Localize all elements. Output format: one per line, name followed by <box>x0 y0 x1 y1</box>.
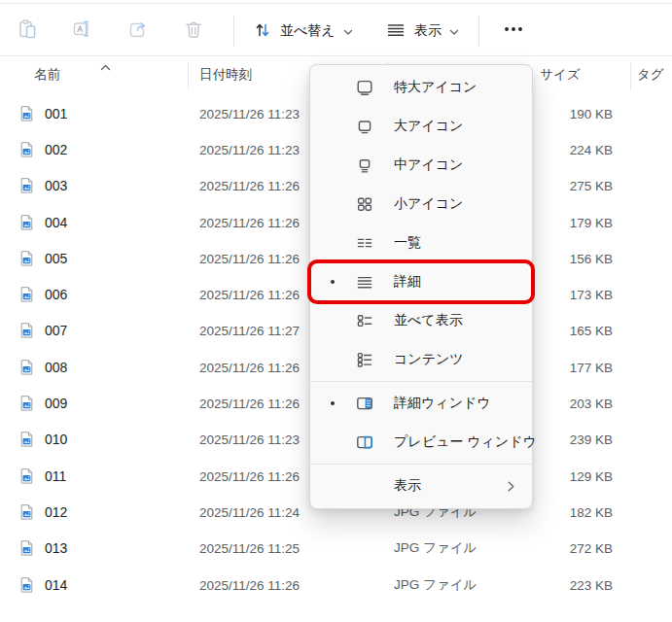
file-name: 003 <box>45 178 67 193</box>
file-size: 165 KB <box>570 324 613 338</box>
file-size: 182 KB <box>570 504 613 519</box>
menu-item-label: 詳細 <box>394 273 421 291</box>
file-name: 002 <box>45 142 67 157</box>
details-pane-icon <box>355 394 374 413</box>
preview-pane-icon <box>355 432 374 452</box>
file-date: 2025/11/26 11:26 <box>199 397 300 411</box>
column-header-size[interactable]: サイズ <box>540 66 580 84</box>
jpg-file-icon <box>18 432 35 448</box>
menu-item-medium-icons[interactable]: 中アイコン <box>310 146 532 185</box>
file-size: 156 KB <box>570 251 613 265</box>
details-view-icon <box>355 272 374 292</box>
jpg-file-icon <box>18 250 35 266</box>
file-date: 2025/11/26 11:26 <box>199 468 300 483</box>
menu-item-label: 大アイコン <box>394 118 463 135</box>
toolbar-divider <box>478 16 479 47</box>
table-row[interactable]: 0132025/11/26 11:25JPG ファイル272 KB <box>0 531 672 567</box>
file-name: 014 <box>45 577 67 593</box>
menu-item-show-submenu[interactable]: 表示 <box>310 466 532 505</box>
file-size: 223 KB <box>570 577 613 592</box>
file-name: 006 <box>45 287 67 302</box>
column-divider[interactable] <box>630 62 631 89</box>
delete-button[interactable] <box>174 12 213 51</box>
file-type: JPG ファイル <box>394 539 477 557</box>
jpg-file-icon <box>18 359 35 375</box>
file-size: 179 KB <box>570 215 613 229</box>
column-divider[interactable] <box>188 62 189 89</box>
file-date: 2025/11/26 11:26 <box>199 251 300 265</box>
jpg-file-icon <box>18 540 35 557</box>
rename-icon <box>72 18 93 44</box>
jpg-file-icon <box>18 396 35 412</box>
large-icons-icon <box>355 117 374 136</box>
view-lines-icon <box>385 19 407 44</box>
file-name: 009 <box>45 396 67 411</box>
file-date: 2025/11/26 11:26 <box>199 215 300 229</box>
jpg-file-icon <box>18 323 35 339</box>
file-name: 005 <box>45 251 67 266</box>
jpg-file-icon <box>18 105 35 121</box>
jpg-file-icon <box>18 467 35 484</box>
file-date: 2025/11/26 11:26 <box>199 360 300 374</box>
extra-large-icons-icon <box>355 78 374 97</box>
file-name: 011 <box>45 468 66 484</box>
file-date: 2025/11/26 11:26 <box>199 179 300 193</box>
menu-separator <box>310 381 532 382</box>
view-button[interactable]: 表示 <box>375 12 469 51</box>
file-size: 272 KB <box>570 541 613 556</box>
jpg-file-icon <box>18 178 35 194</box>
menu-item-extra-large-icons[interactable]: 特大アイコン <box>310 68 532 107</box>
column-header-tag[interactable]: タグ <box>637 66 664 84</box>
more-options-button[interactable] <box>488 12 539 51</box>
menu-item-content[interactable]: コンテンツ <box>310 340 532 379</box>
column-header-name[interactable]: 名前 <box>34 66 60 84</box>
file-date: 2025/11/26 11:23 <box>199 106 300 121</box>
file-date: 2025/11/26 11:24 <box>199 504 300 519</box>
menu-item-label: 詳細ウィンドウ <box>394 395 491 412</box>
file-date: 2025/11/26 11:26 <box>199 288 300 302</box>
menu-item-preview-pane[interactable]: プレビュー ウィンドウ <box>310 423 532 462</box>
menu-item-label: 表示 <box>394 477 421 495</box>
selected-bullet-icon <box>310 401 355 405</box>
menu-item-list[interactable]: 一覧 <box>310 224 532 262</box>
sort-button-label: 並べ替え <box>280 22 336 40</box>
menu-item-label: 一覧 <box>394 234 421 252</box>
delete-icon <box>183 18 204 44</box>
jpg-file-icon <box>18 287 35 303</box>
file-name: 001 <box>45 106 67 121</box>
list-view-icon <box>355 233 374 253</box>
menu-item-small-icons[interactable]: 小アイコン <box>310 185 532 224</box>
menu-item-label: 並べて表示 <box>394 312 463 329</box>
file-date: 2025/11/26 11:26 <box>199 577 300 592</box>
column-header-date[interactable]: 日付時刻 <box>199 66 252 84</box>
file-size: 239 KB <box>570 432 613 447</box>
jpg-file-icon <box>18 141 35 157</box>
menu-item-label: 特大アイコン <box>394 79 477 96</box>
file-date: 2025/11/26 11:23 <box>199 142 300 156</box>
menu-item-details[interactable]: 詳細 <box>310 262 532 301</box>
file-size: 224 KB <box>570 142 613 156</box>
medium-icons-icon <box>355 156 374 175</box>
sort-ascending-caret-icon <box>100 59 111 74</box>
menu-item-details-pane[interactable]: 詳細ウィンドウ <box>310 384 532 423</box>
menu-item-large-icons[interactable]: 大アイコン <box>310 107 532 146</box>
share-button[interactable] <box>119 12 158 51</box>
menu-item-label: プレビュー ウィンドウ <box>394 433 537 451</box>
file-name: 008 <box>45 360 67 375</box>
file-date: 2025/11/26 11:23 <box>199 432 300 447</box>
small-icons-icon <box>355 194 374 214</box>
table-row[interactable]: 0142025/11/26 11:26JPG ファイル223 KB <box>0 567 672 603</box>
jpg-file-icon <box>18 576 35 593</box>
paste-button[interactable] <box>8 12 47 51</box>
file-size: 173 KB <box>570 288 613 302</box>
view-context-menu: 特大アイコン大アイコン中アイコン小アイコン一覧詳細並べて表示コンテンツ詳細ウィン… <box>309 64 533 509</box>
file-name: 010 <box>45 432 67 447</box>
menu-item-tiles[interactable]: 並べて表示 <box>310 301 532 340</box>
toolbar-divider <box>233 16 234 47</box>
file-date: 2025/11/26 11:25 <box>199 541 300 556</box>
sort-button[interactable]: 並べ替え <box>243 12 363 51</box>
file-name: 007 <box>45 323 67 338</box>
file-name: 004 <box>45 215 67 230</box>
rename-button[interactable] <box>63 12 102 51</box>
command-toolbar: 並べ替え 表示 <box>0 3 672 56</box>
